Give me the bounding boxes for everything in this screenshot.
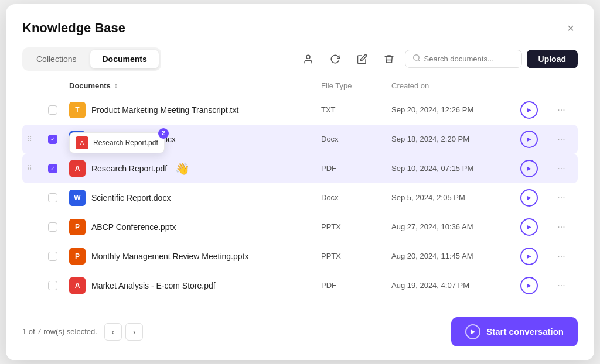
sort-icon: ↕ xyxy=(114,81,118,90)
drag-tooltip: A Research Report.pdf 2 xyxy=(69,132,165,153)
play-button[interactable]: ▶ xyxy=(520,131,538,148)
col-header-file-type: File Type xyxy=(321,81,391,90)
search-icon xyxy=(412,54,421,64)
play-button[interactable]: ▶ xyxy=(520,160,538,177)
tab-documents[interactable]: Documents xyxy=(90,50,158,68)
file-name: Market Analysis - E-com Store.pdf xyxy=(91,281,216,290)
table-body: T Product Marketing Meeting Transcript.t… xyxy=(22,95,578,300)
refresh-icon-button[interactable] xyxy=(324,48,346,70)
file-name: ABCP Conference.pptx xyxy=(91,222,176,232)
col-header-name: Documents ↕ xyxy=(69,81,321,90)
table-row: A Market Analysis - E-com Store.pdf PDF … xyxy=(22,271,578,300)
table-row: P ABCP Conference.pptx PPTX Aug 27, 2024… xyxy=(22,212,578,242)
table-row: ⠿ A Research Report.pdf 2 A Research Rep… xyxy=(22,154,578,183)
file-info: T Product Marketing Meeting Transcript.t… xyxy=(69,102,321,118)
file-type: PDF xyxy=(321,281,391,290)
more-button[interactable]: ··· xyxy=(550,249,573,264)
table-row: P Monthly Management Review Meeting.pptx… xyxy=(22,242,578,271)
row-checkbox[interactable] xyxy=(48,222,57,232)
created-on: Sep 20, 2024, 12:26 PM xyxy=(391,105,520,114)
next-page-button[interactable]: › xyxy=(125,323,143,341)
created-on: Aug 19, 2024, 4:07 PM xyxy=(391,281,520,290)
play-button[interactable]: ▶ xyxy=(520,101,538,119)
file-name: Monthly Management Review Meeting.pptx xyxy=(91,252,248,261)
user-icon-button[interactable] xyxy=(297,48,319,70)
file-info: A Research Report.pdf 2 A Research Repor… xyxy=(69,160,321,177)
cursor-hand-icon: 👋 xyxy=(175,162,190,176)
created-on: Sep 10, 2024, 07:15 PM xyxy=(391,164,520,173)
tab-collections[interactable]: Collections xyxy=(25,50,88,68)
file-icon-pptx: P xyxy=(69,248,86,265)
row-checkbox[interactable] xyxy=(48,252,57,261)
file-name: Scientific Report.docx xyxy=(91,193,171,202)
delete-icon-button[interactable] xyxy=(378,48,400,70)
file-info: A Market Analysis - E-com Store.pdf xyxy=(69,277,321,294)
prev-page-button[interactable]: ‹ xyxy=(104,323,122,341)
file-type: PPTX xyxy=(321,222,391,231)
drag-tooltip-filename: Research Report.pdf xyxy=(93,139,158,147)
file-type: Docx xyxy=(321,135,391,143)
tab-group: Collections Documents xyxy=(22,47,161,71)
pagination-info: 1 of 7 row(s) selected. xyxy=(22,327,97,336)
file-type: PPTX xyxy=(321,252,391,260)
svg-point-0 xyxy=(306,55,310,59)
file-icon-pdf: A xyxy=(69,277,86,294)
created-on: Aug 27, 2024, 10:36 AM xyxy=(391,222,520,231)
table-row: W Scientific Report.docx Docx Sep 5, 202… xyxy=(22,183,578,212)
table-row: T Product Marketing Meeting Transcript.t… xyxy=(22,95,578,125)
more-button[interactable]: ··· xyxy=(550,132,573,147)
play-button[interactable]: ▶ xyxy=(520,218,538,236)
search-box xyxy=(405,50,522,68)
toolbar-actions: Upload xyxy=(297,48,578,70)
file-info: W Scientific Report.docx xyxy=(69,190,321,206)
drag-tooltip-file-icon: A xyxy=(76,136,88,149)
play-button[interactable]: ▶ xyxy=(520,189,538,207)
svg-line-2 xyxy=(418,60,420,61)
file-type: Docx xyxy=(321,193,391,202)
start-conversation-button[interactable]: ▶ Start conversation xyxy=(451,317,578,346)
pagination-buttons: ‹ › xyxy=(104,323,143,341)
play-button[interactable]: ▶ xyxy=(520,277,538,294)
modal-header: Knowledge Base × xyxy=(22,20,578,36)
file-icon-pdf: A xyxy=(69,160,86,177)
more-button[interactable]: ··· xyxy=(550,219,573,235)
created-on: Sep 5, 2024, 2:05 PM xyxy=(391,193,520,202)
close-button[interactable]: × xyxy=(564,21,578,35)
file-name: Product Marketing Meeting Transcript.txt xyxy=(91,105,238,115)
drag-handle[interactable]: ⠿ xyxy=(27,164,48,173)
created-on: Aug 20, 2024, 11:45 AM xyxy=(391,252,520,260)
file-icon-pptx: P xyxy=(69,219,86,235)
edit-icon-button[interactable] xyxy=(351,48,373,70)
search-input[interactable] xyxy=(424,54,514,63)
play-button[interactable]: ▶ xyxy=(520,248,538,265)
file-type: PDF xyxy=(321,164,391,173)
file-name: Research Report.pdf xyxy=(91,164,167,173)
upload-button[interactable]: Upload xyxy=(527,50,578,68)
row-checkbox[interactable] xyxy=(48,281,57,290)
knowledge-base-modal: Knowledge Base × Collections Documents xyxy=(6,4,594,360)
table-header: Documents ↕ File Type Created on xyxy=(22,81,578,95)
tabs-toolbar: Collections Documents xyxy=(22,47,578,71)
drag-tooltip-badge: 2 xyxy=(158,128,169,139)
row-checkbox[interactable] xyxy=(48,105,57,115)
file-icon-docx: W xyxy=(69,190,86,206)
more-button[interactable]: ··· xyxy=(550,190,573,205)
created-on: Sep 18, 2024, 2:20 PM xyxy=(391,135,520,143)
start-conversation-label: Start conversation xyxy=(486,327,564,336)
file-info: P ABCP Conference.pptx xyxy=(69,219,321,235)
more-button[interactable]: ··· xyxy=(550,161,573,176)
start-conv-play-icon: ▶ xyxy=(465,324,480,339)
file-icon-txt: T xyxy=(69,102,86,118)
footer: 1 of 7 row(s) selected. ‹ › ▶ Start conv… xyxy=(22,310,578,346)
file-info: P Monthly Management Review Meeting.pptx xyxy=(69,248,321,265)
drag-handle[interactable]: ⠿ xyxy=(27,135,48,143)
more-button[interactable]: ··· xyxy=(550,278,573,293)
modal-title: Knowledge Base xyxy=(22,20,125,36)
row-checkbox[interactable] xyxy=(48,135,57,144)
col-header-created-on: Created on xyxy=(391,81,520,90)
row-checkbox[interactable] xyxy=(48,164,57,173)
file-type: TXT xyxy=(321,105,391,114)
row-checkbox[interactable] xyxy=(48,193,57,202)
more-button[interactable]: ··· xyxy=(550,102,573,118)
